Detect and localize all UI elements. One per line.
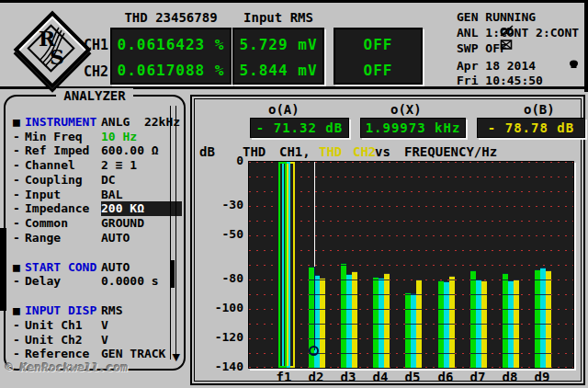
analyzer-title-text: ANALYZER xyxy=(56,88,132,103)
cursor-a-label: o(A) xyxy=(268,102,300,117)
setting-value[interactable]: GEN TRACK xyxy=(101,347,165,361)
analyzer-row-ref-imped[interactable]: -Ref Imped600.00 Ω xyxy=(6,143,184,158)
ch2-label: CH2 xyxy=(84,63,109,80)
setting-value[interactable]: V xyxy=(101,318,108,333)
anl-status: ANL 1:CONT 2:CONT xyxy=(457,26,579,40)
x-axis-title: FREQUENCY/Hz xyxy=(404,144,497,159)
gen-status-text: GEN RUNNING xyxy=(457,10,536,24)
cursor-b-readout: - 78.78 dB xyxy=(477,118,585,138)
gridline--40dB xyxy=(249,221,573,222)
header-bar: R S THD 23456789 CH1 CH2 0.0616423 % 0.0… xyxy=(0,0,588,89)
gridline--60dB xyxy=(249,250,573,251)
setting-value[interactable]: AUTO xyxy=(101,260,130,275)
analyzer-row-impedance[interactable]: -Impedance200 KΩ xyxy=(6,201,184,216)
input-rms-ch2-value: 5.844 mV xyxy=(234,59,322,83)
setting-value[interactable]: GROUND xyxy=(101,216,144,231)
graph-panel: o(A) o(X) o(B) - 71.32 dB 1.99973 kHz - … xyxy=(190,95,585,385)
bar-d2-yellow xyxy=(320,278,325,368)
xtick-d7: d7 xyxy=(462,370,493,384)
aux-display: OFF OFF xyxy=(334,28,423,85)
thd-title: THD 23456789 xyxy=(110,10,232,25)
gridline--20dB xyxy=(249,191,573,192)
setting-label: START COND xyxy=(25,260,96,275)
analyzer-row-coupling[interactable]: -CouplingDC xyxy=(6,173,184,188)
screen-right-border xyxy=(584,3,588,92)
analyzer-panel: ANALYZER ■INSTRUMENTANLG 22kHz-Min Freq1… xyxy=(4,95,186,371)
ytick--100: -100 xyxy=(199,302,243,314)
input-rms-display: 5.729 mV 5.844 mV xyxy=(232,28,324,85)
setting-label: Delay xyxy=(25,274,61,289)
row-bullet-icon: - xyxy=(13,231,24,245)
instrument-screen: R S THD 23456789 CH1 CH2 0.0616423 % 0.0… xyxy=(0,0,588,388)
time-text: Fri 10:45:50 xyxy=(457,74,543,87)
setting-label: Input xyxy=(25,188,61,202)
setting-value[interactable]: BAL xyxy=(101,188,122,202)
analyzer-row-input-disp[interactable]: ■INPUT DISPRMS xyxy=(6,303,184,318)
scrollbar-thumb[interactable] xyxy=(170,260,175,288)
row-bullet-icon: - xyxy=(13,216,24,231)
setting-label: Range xyxy=(25,231,61,245)
ch1-label: CH1 xyxy=(84,37,109,53)
bar-d3-yellow xyxy=(352,271,357,368)
setting-value[interactable]: ANLG 22kHz xyxy=(101,115,180,130)
legend-thd-ch2-b: CH2 xyxy=(353,144,376,159)
setting-label: Common xyxy=(25,216,68,231)
graph-cursor-line-inner xyxy=(314,267,315,350)
analyzer-row-common[interactable]: -CommonGROUND xyxy=(6,216,184,231)
scrollbar-track[interactable] xyxy=(170,106,176,359)
xtick-d4: d4 xyxy=(365,370,396,384)
ytick--30: -30 xyxy=(199,199,243,211)
analyzer-row-unit-ch2[interactable]: -Unit Ch2V xyxy=(6,333,184,348)
xtick-d2: d2 xyxy=(300,370,332,384)
setting-value[interactable]: RMS xyxy=(101,303,122,318)
bar-d8-yellow xyxy=(514,280,519,368)
setting-value[interactable]: 0.0000 s xyxy=(101,274,159,289)
analyzer-row-start-cond[interactable]: ■START CONDAUTO xyxy=(6,260,184,275)
row-bullet-icon: ■ xyxy=(13,115,24,130)
analyzer-row-channel[interactable]: -Channel2 ≡ 1 xyxy=(6,158,184,173)
analyzer-row-range[interactable]: -RangeAUTO xyxy=(6,231,184,245)
analyzer-row-instrument[interactable]: ■INSTRUMENTANLG 22kHz xyxy=(6,115,184,130)
analyzer-row-input[interactable]: -InputBAL xyxy=(6,188,184,202)
setting-label: Min Freq xyxy=(25,130,83,144)
setting-value[interactable]: V xyxy=(101,333,108,348)
xtick-d3: d3 xyxy=(333,370,364,384)
gridline--30dB xyxy=(249,206,573,207)
row-bullet-icon: ■ xyxy=(13,303,24,318)
setting-value[interactable]: 10 Hz xyxy=(101,130,137,144)
setting-value[interactable]: AUTO xyxy=(101,231,130,245)
setting-value[interactable]: 600.00 Ω xyxy=(101,143,159,158)
graph-cursor-line[interactable] xyxy=(314,162,315,267)
legend-thd-ch1-a: THD xyxy=(243,144,266,159)
setting-value[interactable]: DC xyxy=(101,173,116,188)
setting-value[interactable]: 2 ≡ 1 xyxy=(101,158,137,173)
xtick-d9: d9 xyxy=(526,370,558,384)
ytick--120: -120 xyxy=(199,331,243,344)
gridline--80dB xyxy=(249,280,573,280)
bar-f1-green xyxy=(278,162,287,368)
analyzer-row-min-freq[interactable]: -Min Freq10 Hz xyxy=(6,130,184,144)
analyzer-row-delay[interactable]: -Delay0.0000 s xyxy=(6,274,184,289)
cursor-b-label: o(B) xyxy=(524,102,555,117)
row-bullet-icon: - xyxy=(13,173,24,188)
gridline--50dB xyxy=(249,235,573,236)
ytick--80: -80 xyxy=(199,272,243,285)
graph-cursor-o-marker[interactable] xyxy=(309,346,319,356)
xtick-d8: d8 xyxy=(494,370,526,384)
row-bullet-icon: ■ xyxy=(13,260,24,275)
ytick--50: -50 xyxy=(199,228,243,241)
rohde-schwarz-logo: R S xyxy=(11,8,88,86)
bar-d7-yellow xyxy=(481,280,487,368)
setting-label: Unit Ch2 xyxy=(25,333,83,348)
analyzer-row-unit-ch1[interactable]: -Unit Ch1V xyxy=(6,318,184,333)
thd-ch2-value: 0.0617088 % xyxy=(112,59,230,83)
scroll-down-arrow-icon[interactable]: ▼ xyxy=(173,351,180,363)
swp-status: SWP OFF xyxy=(457,41,507,55)
gridline-0dB xyxy=(249,162,573,163)
aux-ch1-value: OFF xyxy=(335,33,421,57)
analyzer-row-reference[interactable]: -ReferenceGEN TRACK xyxy=(6,347,184,361)
logo-letter-s: S xyxy=(50,45,64,69)
ytick-0: 0 xyxy=(199,154,243,167)
setting-label: Impedance xyxy=(25,201,89,216)
gridline--70dB xyxy=(249,265,573,266)
